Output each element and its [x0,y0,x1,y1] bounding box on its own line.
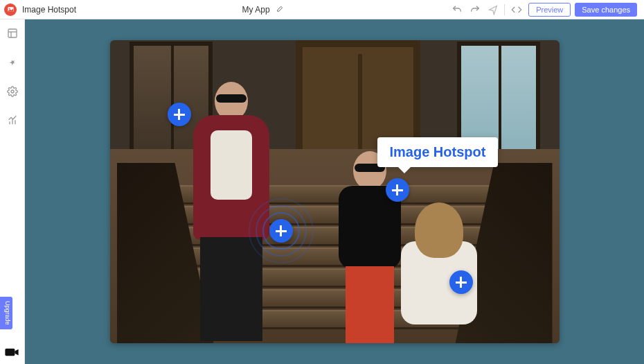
svg-point-1 [8,8,10,10]
svg-rect-9 [5,349,15,356]
analytics-icon[interactable] [6,114,19,130]
save-button[interactable]: Save changes [575,3,637,17]
svg-point-5 [11,90,14,93]
canvas[interactable]: Image Hotspot [25,19,644,364]
pin-icon[interactable] [6,55,19,72]
hotspot-image[interactable]: Image Hotspot [110,40,560,343]
camera-icon[interactable] [4,347,19,360]
app-logo [4,3,17,16]
hotspot-marker[interactable] [449,270,473,294]
topbar-right: Preview Save changes [450,3,637,17]
edit-name-icon[interactable] [274,4,285,15]
left-sidebar: Upgrade [0,19,25,364]
svg-rect-2 [8,29,17,37]
gear-icon[interactable] [6,85,19,101]
redo-icon[interactable] [468,3,482,17]
hotspot-marker-active[interactable] [269,219,293,243]
hotspot-marker[interactable] [168,103,191,126]
code-icon[interactable] [509,3,524,17]
hotspot-marker[interactable] [386,178,409,202]
hotspot-tooltip: Image Hotspot [377,137,499,167]
project-name: My App [242,5,270,15]
scene-illustration [110,40,560,343]
upgrade-button[interactable]: Upgrade [0,297,12,329]
app-title: Image Hotspot [22,5,76,15]
share-icon[interactable] [486,3,500,17]
layout-icon[interactable] [6,26,19,43]
preview-button[interactable]: Preview [528,3,571,17]
undo-icon[interactable] [450,3,464,17]
top-bar: Image Hotspot My App Preview Save change… [0,0,644,19]
main: Upgrade [0,19,644,364]
divider [504,4,505,15]
topbar-center: My App [82,4,445,15]
